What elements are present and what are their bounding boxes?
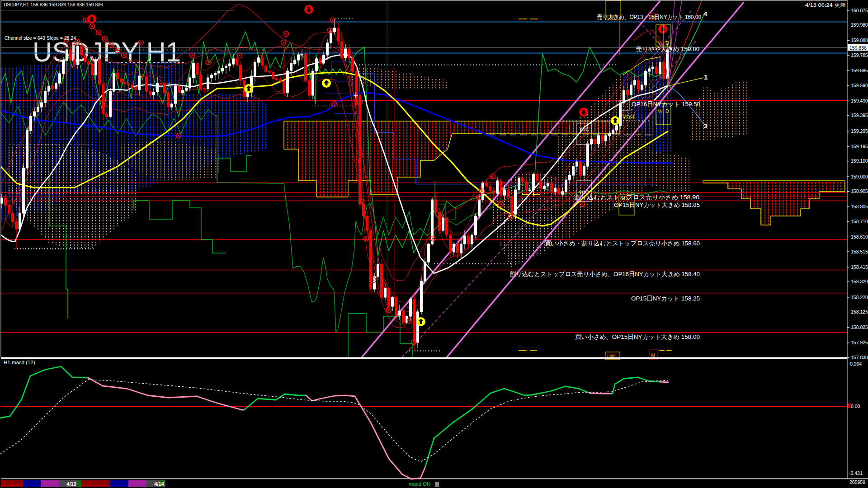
svg-text:159.836: 159.836: [849, 45, 867, 51]
svg-text:4/13: 4/13: [66, 481, 76, 487]
svg-text:YDH: YDH: [623, 114, 634, 121]
svg-text:割り込むとストップロス売り小さめ、OP16日NYカット大きめ: 割り込むとストップロス売り小さめ、OP16日NYカット大きめ 158.40: [510, 271, 700, 277]
svg-text:205959: 205959: [849, 479, 865, 485]
svg-text:159.685: 159.685: [851, 68, 868, 73]
svg-text:0.00: 0.00: [851, 404, 860, 409]
svg-text:D: D: [665, 108, 669, 114]
svg-text:M: M: [651, 352, 655, 358]
svg-text:割り込むとストップロス売り小さめ 158.90: 割り込むとストップロス売り小さめ 158.90: [574, 194, 699, 201]
svg-text:売り大きめ、OP13・15日NYカット 160.00: 売り大きめ、OP13・15日NYカット 160.00: [597, 14, 701, 20]
svg-text:D: D: [665, 40, 669, 46]
svg-text:158.220: 158.220: [851, 295, 868, 300]
svg-text:4: 4: [703, 10, 708, 18]
svg-text:159.880: 159.880: [851, 38, 868, 43]
svg-text:159.100: 159.100: [851, 158, 868, 164]
svg-text:USDJPY,H1 159.836 159.836 159: USDJPY,H1 159.836 159.836 159.836 159.83…: [4, 2, 103, 7]
svg-text:0.264: 0.264: [850, 361, 862, 366]
svg-text:158.610: 158.610: [851, 234, 868, 239]
svg-text:158.805: 158.805: [851, 204, 868, 209]
svg-text:160.075: 160.075: [851, 8, 868, 13]
svg-text:158.415: 158.415: [851, 264, 868, 270]
svg-text:158.320: 158.320: [851, 279, 868, 284]
svg-text:159.980: 159.980: [851, 22, 868, 28]
svg-text:157.925: 157.925: [851, 340, 868, 345]
svg-text:売りやや大きめ 159.80: 売りやや大きめ 159.80: [636, 46, 699, 52]
svg-text:4/13 06:24 更新: 4/13 06:24 更新: [805, 2, 846, 8]
svg-text:158.710: 158.710: [851, 219, 868, 224]
svg-text:OP16日NYカット 159.50: OP16日NYカット 159.50: [632, 101, 700, 108]
svg-text:Channel size = 649 Slope = 28.: Channel size = 649 Slope = 28.24: [5, 35, 76, 41]
svg-text:158.515: 158.515: [851, 249, 868, 254]
svg-text:159.195: 159.195: [851, 144, 868, 149]
svg-text:OP15日NYカット 158.25: OP15日NYカット 158.25: [631, 295, 700, 302]
svg-text:OP15日NYカット大きめ 158.85: OP15日NYカット大きめ 158.85: [614, 202, 700, 208]
svg-text:159.590: 159.590: [851, 83, 868, 88]
svg-text:158.125: 158.125: [851, 309, 868, 314]
svg-text:159.395: 159.395: [851, 113, 868, 118]
svg-text:H1 macd (12): H1 macd (12): [4, 360, 35, 365]
svg-text:159.490: 159.490: [851, 98, 868, 103]
svg-text:159.785: 159.785: [851, 52, 868, 58]
svg-text:YDC: YDC: [579, 127, 590, 132]
svg-text:1: 1: [704, 73, 708, 81]
svg-text:買い小さめ、OP15日NYカット大きめ 158.00: 買い小さめ、OP15日NYカット大きめ 158.00: [575, 333, 700, 340]
svg-text:158.025: 158.025: [851, 324, 868, 330]
svg-text:158.905: 158.905: [851, 188, 868, 194]
svg-text:3: 3: [703, 122, 707, 130]
svg-text:macd ON: macd ON: [409, 481, 431, 487]
svg-text:-0.431: -0.431: [849, 470, 863, 476]
svg-text:157.830: 157.830: [851, 355, 868, 360]
svg-text:W: W: [658, 108, 663, 114]
svg-text:159.295: 159.295: [851, 128, 868, 134]
svg-text:買い小さめ・割り込むとストップロス売り小さめ 158.60: 買い小さめ・割り込むとストップロス売り小さめ 158.60: [545, 240, 700, 247]
svg-text:4/14: 4/14: [154, 481, 164, 487]
svg-text:159.000: 159.000: [851, 174, 868, 179]
